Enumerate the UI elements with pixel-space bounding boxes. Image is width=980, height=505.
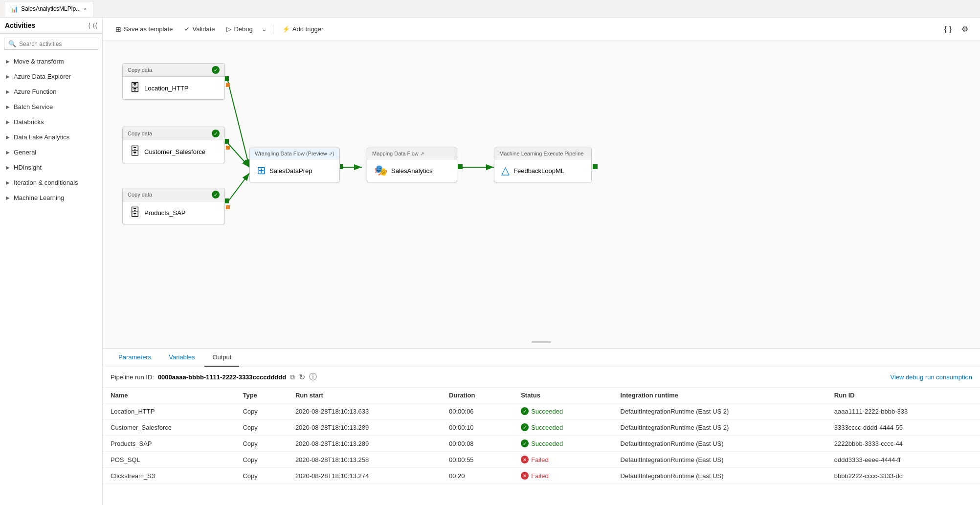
sidebar-item-label: Move & transform: [14, 58, 64, 65]
close-tab-icon[interactable]: ×: [84, 6, 87, 12]
cell-duration: 00:00:55: [441, 452, 513, 468]
cell-type: Copy: [235, 452, 287, 468]
validate-button[interactable]: ✓ Validate: [179, 23, 220, 35]
cell-run-id: bbbb2222-cccc-3333-dd: [826, 468, 980, 484]
node-label: SalesAnalytics: [391, 167, 433, 175]
node-machine-learning[interactable]: Machine Learning Execute Pipeline △ Feed…: [494, 148, 592, 182]
node-header: Mapping Data Flow ↗: [367, 148, 457, 159]
refresh-icon[interactable]: ↻: [299, 373, 305, 382]
collapse-icon[interactable]: ⟨: [88, 22, 90, 29]
tab-icon: 📊: [10, 5, 18, 13]
cell-run-id: aaaa1111-2222-bbbb-333: [826, 403, 980, 419]
node-header: Copy data ✓: [123, 127, 224, 140]
scroll-indicator: [532, 341, 551, 343]
copy-run-id-icon[interactable]: ⧉: [290, 373, 295, 381]
sidebar-item-general[interactable]: ▶ General: [0, 145, 102, 160]
table-row[interactable]: Clickstream_S3 Copy 2020-08-28T18:10:13.…: [103, 468, 980, 484]
node-mapping-data-flow[interactable]: Mapping Data Flow ↗ 🎭 SalesAnalytics: [367, 148, 457, 182]
node-location-http[interactable]: Copy data ✓ 🗄 Location_HTTP: [122, 63, 225, 100]
node-wrangling-data-flow[interactable]: Wrangling Data Flow (Preview ↗) ⊞ SalesD…: [249, 148, 340, 182]
node-body: ⊞ SalesDataPrep: [250, 159, 339, 182]
tab-variables[interactable]: Variables: [161, 349, 202, 367]
view-debug-link[interactable]: View debug run consumption: [891, 373, 972, 381]
run-id-value: 0000aaaa-bbbb-1111-2222-3333ccccddddd: [158, 373, 286, 381]
chevron-down-icon: ⌄: [262, 25, 267, 33]
cell-run-start: 2020-08-28T18:10:13.633: [288, 403, 441, 419]
node-type-label: Copy data: [128, 131, 152, 136]
search-box[interactable]: 🔍: [4, 38, 98, 50]
cell-integration-runtime: DefaultIntegrationRuntime (East US): [613, 452, 826, 468]
sidebar-item-data-lake-analytics[interactable]: ▶ Data Lake Analytics: [0, 130, 102, 145]
success-badge: ✓: [212, 130, 220, 137]
svg-line-2: [227, 143, 249, 167]
cell-name: POS_SQL: [103, 452, 235, 468]
node-header: Machine Learning Execute Pipeline: [494, 148, 591, 159]
node-customer-salesforce[interactable]: Copy data ✓ 🗄 Customer_Salesforce: [122, 127, 225, 163]
chevron-icon: ▶: [6, 89, 10, 94]
settings-button[interactable]: ⚙: [958, 22, 972, 36]
node-body: 🗄 Products_SAP: [123, 201, 224, 224]
node-body: 🎭 SalesAnalytics: [367, 159, 457, 182]
sidebar-item-databricks[interactable]: ▶ Databricks: [0, 114, 102, 130]
toolbar: ⊞ Save as template ✓ Validate ▷ Debug ⌄ …: [103, 18, 980, 41]
node-label: FeedbackLoopML: [513, 167, 564, 175]
sidebar-item-label: Azure Data Explorer: [14, 73, 71, 80]
cell-name: Customer_Salesforce: [103, 419, 235, 436]
node-products-sap[interactable]: Copy data ✓ 🗄 Products_SAP: [122, 188, 225, 224]
cell-run-id: dddd3333-eeee-4444-ff: [826, 452, 980, 468]
code-view-button[interactable]: { }: [940, 22, 956, 36]
status-cell: ✓ Succeeded: [513, 419, 612, 436]
info-icon[interactable]: ⓘ: [309, 372, 317, 382]
canvas-area[interactable]: Copy data ✓ 🗄 Location_HTTP Copy data ✓: [103, 41, 980, 349]
cell-duration: 00:00:08: [441, 436, 513, 452]
table-row[interactable]: POS_SQL Copy 2020-08-28T18:10:13.258 00:…: [103, 452, 980, 468]
add-trigger-button[interactable]: ⚡ Add trigger: [277, 23, 329, 35]
node-body: 🗄 Customer_Salesforce: [123, 140, 224, 163]
sidebar-item-azure-data-explorer[interactable]: ▶ Azure Data Explorer: [0, 69, 102, 84]
cell-run-start: 2020-08-28T18:10:13.289: [288, 419, 441, 436]
trigger-icon: ⚡: [282, 25, 290, 33]
run-id-label: Pipeline run ID:: [111, 373, 154, 381]
node-type-label: Copy data: [128, 192, 152, 198]
output-table: Name Type Run start Duration Status Inte…: [103, 388, 980, 505]
svg-rect-11: [226, 205, 230, 209]
success-badge: ✓: [212, 66, 220, 74]
sidebar-item-iteration-conditionals[interactable]: ▶ Iteration & conditionals: [0, 175, 102, 190]
pipeline-svg: [103, 41, 980, 348]
node-type-label: Machine Learning Execute Pipeline: [499, 151, 583, 156]
sidebar-item-hdinsight[interactable]: ▶ HDInsight: [0, 160, 102, 175]
sidebar-item-move-transform[interactable]: ▶ Move & transform: [0, 54, 102, 69]
col-run-start: Run start: [288, 388, 441, 403]
pipeline-tab[interactable]: 📊 SalesAnalyticsMLPip... ×: [4, 1, 93, 17]
sidebar-item-label: Databricks: [14, 118, 44, 126]
tab-parameters[interactable]: Parameters: [111, 349, 159, 367]
debug-button[interactable]: ▷ Debug: [222, 23, 257, 35]
cell-run-id: 2222bbbb-3333-cccc-44: [826, 436, 980, 452]
cell-type: Copy: [235, 419, 287, 436]
sidebar-item-azure-function[interactable]: ▶ Azure Function: [0, 84, 102, 99]
sidebar-item-label: Data Lake Analytics: [14, 133, 69, 141]
database-icon: 🗄: [130, 82, 140, 94]
search-input[interactable]: [19, 41, 94, 47]
tab-output[interactable]: Output: [204, 349, 239, 367]
save-template-button[interactable]: ⊞ Save as template: [111, 23, 178, 36]
cell-type: Copy: [235, 403, 287, 419]
sidebar-item-batch-service[interactable]: ▶ Batch Service: [0, 99, 102, 114]
table-row[interactable]: Products_SAP Copy 2020-08-28T18:10:13.28…: [103, 436, 980, 452]
cell-run-id: 3333cccc-dddd-4444-55: [826, 419, 980, 436]
sidebar-controls[interactable]: ⟨ ⟨⟨: [88, 22, 97, 29]
sidebar-item-machine-learning[interactable]: ▶ Machine Learning: [0, 190, 102, 205]
node-header: Copy data ✓: [123, 188, 224, 201]
cell-integration-runtime: DefaultIntegrationRuntime (East US 2): [613, 419, 826, 436]
debug-dropdown-button[interactable]: ⌄: [260, 23, 269, 35]
chevron-icon: ▶: [6, 134, 10, 140]
pin-icon[interactable]: ⟨⟨: [92, 22, 97, 29]
chevron-icon: ▶: [6, 74, 10, 79]
node-label: SalesDataPrep: [269, 167, 312, 175]
cell-run-start: 2020-08-28T18:10:13.274: [288, 468, 441, 484]
mapping-icon: 🎭: [374, 164, 387, 177]
table-row[interactable]: Location_HTTP Copy 2020-08-28T18:10:13.6…: [103, 403, 980, 419]
node-header: Copy data ✓: [123, 64, 224, 77]
content-area: ⊞ Save as template ✓ Validate ▷ Debug ⌄ …: [103, 18, 980, 505]
table-row[interactable]: Customer_Salesforce Copy 2020-08-28T18:1…: [103, 419, 980, 436]
